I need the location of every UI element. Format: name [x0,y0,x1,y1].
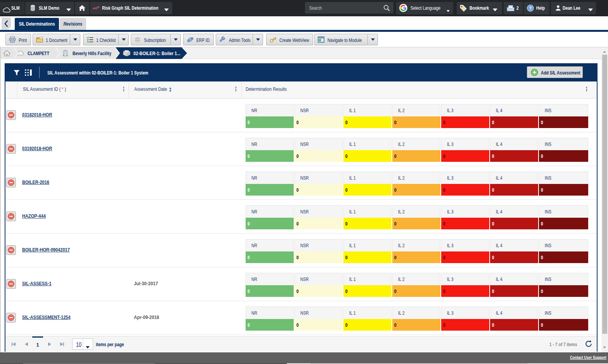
svg-text:?: ? [529,6,532,10]
